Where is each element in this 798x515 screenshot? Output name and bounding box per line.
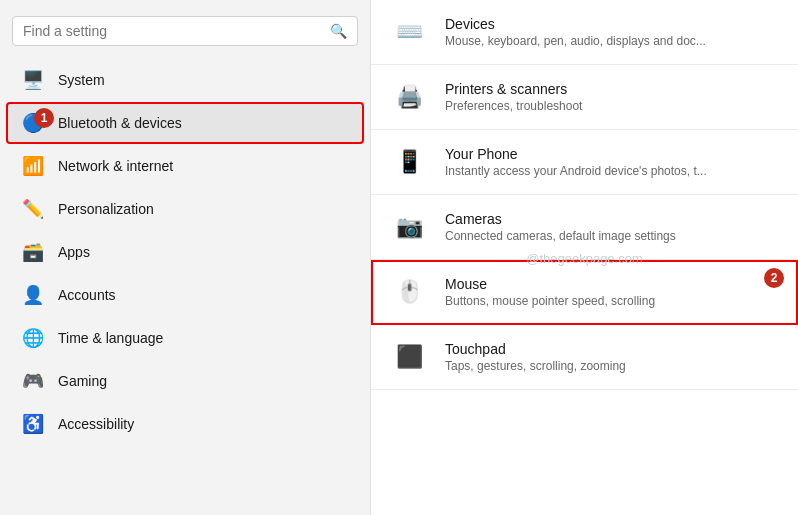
settings-item-phone[interactable]: 📱Your PhoneInstantly access your Android… [371,130,798,195]
system-icon: 🖥️ [22,69,44,91]
printers-text: Printers & scannersPreferences, troubles… [445,81,582,113]
sidebar-item-network[interactable]: 📶Network & internet [6,145,364,187]
printers-icon: 🖨️ [391,79,427,115]
printers-title: Printers & scanners [445,81,582,97]
apps-label: Apps [58,244,90,260]
time-label: Time & language [58,330,163,346]
sidebar-item-accounts[interactable]: 👤Accounts [6,274,364,316]
cameras-subtitle: Connected cameras, default image setting… [445,229,676,243]
settings-item-devices[interactable]: ⌨️DevicesMouse, keyboard, pen, audio, di… [371,0,798,65]
touchpad-subtitle: Taps, gestures, scrolling, zooming [445,359,626,373]
search-icon: 🔍 [330,23,347,39]
mouse-badge: 2 [764,268,784,288]
accessibility-label: Accessibility [58,416,134,432]
search-bar[interactable]: 🔍 [12,16,358,46]
bluetooth-badge: 1 [34,108,54,128]
touchpad-icon: ⬛ [391,339,427,375]
main-panel: @thegeekpage.com ⌨️DevicesMouse, keyboar… [370,0,798,515]
devices-title: Devices [445,16,706,32]
mouse-title: Mouse [445,276,655,292]
phone-text: Your PhoneInstantly access your Android … [445,146,707,178]
gaming-label: Gaming [58,373,107,389]
network-icon: 📶 [22,155,44,177]
gaming-icon: 🎮 [22,370,44,392]
accessibility-icon: ♿ [22,413,44,435]
cameras-title: Cameras [445,211,676,227]
nav-list: 🖥️System🔵Bluetooth & devices1📶Network & … [0,58,370,446]
mouse-text: MouseButtons, mouse pointer speed, scrol… [445,276,655,308]
settings-list: ⌨️DevicesMouse, keyboard, pen, audio, di… [371,0,798,390]
sidebar-item-accessibility[interactable]: ♿Accessibility [6,403,364,445]
devices-subtitle: Mouse, keyboard, pen, audio, displays an… [445,34,706,48]
sidebar-item-gaming[interactable]: 🎮Gaming [6,360,364,402]
settings-item-mouse[interactable]: 🖱️MouseButtons, mouse pointer speed, scr… [371,260,798,325]
personalization-icon: ✏️ [22,198,44,220]
sidebar-item-personalization[interactable]: ✏️Personalization [6,188,364,230]
devices-text: DevicesMouse, keyboard, pen, audio, disp… [445,16,706,48]
mouse-icon: 🖱️ [391,274,427,310]
printers-subtitle: Preferences, troubleshoot [445,99,582,113]
apps-icon: 🗃️ [22,241,44,263]
system-label: System [58,72,105,88]
search-input[interactable] [23,23,322,39]
accounts-label: Accounts [58,287,116,303]
phone-icon: 📱 [391,144,427,180]
sidebar-item-bluetooth[interactable]: 🔵Bluetooth & devices1 [6,102,364,144]
bluetooth-label: Bluetooth & devices [58,115,182,131]
accounts-icon: 👤 [22,284,44,306]
sidebar-item-apps[interactable]: 🗃️Apps [6,231,364,273]
phone-subtitle: Instantly access your Android device's p… [445,164,707,178]
sidebar-item-system[interactable]: 🖥️System [6,59,364,101]
sidebar: 🔍 🖥️System🔵Bluetooth & devices1📶Network … [0,0,370,515]
cameras-text: CamerasConnected cameras, default image … [445,211,676,243]
phone-title: Your Phone [445,146,707,162]
settings-item-touchpad[interactable]: ⬛TouchpadTaps, gestures, scrolling, zoom… [371,325,798,390]
personalization-label: Personalization [58,201,154,217]
touchpad-text: TouchpadTaps, gestures, scrolling, zoomi… [445,341,626,373]
time-icon: 🌐 [22,327,44,349]
settings-item-cameras[interactable]: 📷CamerasConnected cameras, default image… [371,195,798,260]
touchpad-title: Touchpad [445,341,626,357]
devices-icon: ⌨️ [391,14,427,50]
settings-item-printers[interactable]: 🖨️Printers & scannersPreferences, troubl… [371,65,798,130]
mouse-subtitle: Buttons, mouse pointer speed, scrolling [445,294,655,308]
sidebar-item-time[interactable]: 🌐Time & language [6,317,364,359]
network-label: Network & internet [58,158,173,174]
cameras-icon: 📷 [391,209,427,245]
